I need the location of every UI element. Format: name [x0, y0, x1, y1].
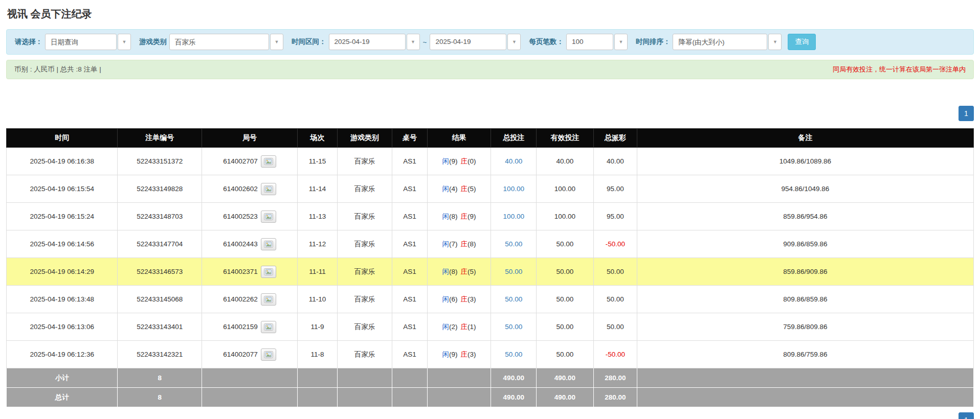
subtotal-valid-bet: 490.00: [537, 368, 594, 388]
page-1-button[interactable]: 1: [959, 106, 974, 121]
banker-result-score: (3): [467, 295, 476, 303]
banker-result-score: (1): [467, 323, 476, 331]
chevron-down-icon[interactable]: ▼: [768, 34, 782, 50]
chevron-down-icon[interactable]: ▼: [507, 34, 521, 50]
player-result-score: (2): [449, 323, 458, 331]
player-result-score: (8): [449, 268, 458, 275]
sort-order-value: 降幂(由大到小): [673, 34, 767, 50]
player-result-label: 闲: [442, 157, 449, 165]
banker-result-label: 庄: [460, 240, 467, 248]
valid-bet-cell: 50.00: [537, 313, 594, 341]
round-no-cell: 614002707: [202, 148, 297, 175]
payout-cell: 50.00: [593, 313, 637, 341]
round-detail-button[interactable]: [261, 293, 276, 306]
player-result-score: (7): [449, 240, 458, 248]
header-remark: 备注: [637, 129, 973, 148]
time-cell: 2025-04-19 06:12:36: [7, 341, 118, 368]
total-bet-link[interactable]: 50.00: [505, 351, 522, 358]
remark-cell: 809.86/859.86: [637, 286, 973, 313]
game-record-icon: [264, 296, 273, 303]
banker-result-score: (0): [467, 157, 476, 165]
time-cell: 2025-04-19 06:16:38: [7, 148, 118, 175]
total-bet-link[interactable]: 40.00: [505, 157, 522, 165]
player-result-score: (9): [449, 351, 458, 358]
bet-id-cell: 522433145068: [118, 286, 202, 313]
game-type-cell: 百家乐: [337, 286, 392, 313]
result-cell: 闲(9)庄(0): [427, 148, 491, 175]
total-bet-link[interactable]: 100.00: [503, 185, 524, 193]
game-record-icon: [264, 213, 273, 220]
payout-cell: 40.00: [593, 148, 637, 175]
table-no-cell: AS1: [392, 148, 427, 175]
table-row: 2025-04-19 06:15:54 522433149828 6140026…: [7, 175, 974, 203]
valid-bet-cell: 50.00: [537, 230, 594, 258]
chevron-down-icon[interactable]: ▼: [614, 34, 628, 50]
round-detail-button[interactable]: [261, 238, 276, 250]
total-bet-link[interactable]: 50.00: [505, 240, 522, 248]
total-bet-cell: 100.00: [491, 175, 537, 203]
game-type-select[interactable]: 百家乐 ▼: [169, 34, 283, 50]
header-total-bet: 总投注: [491, 129, 537, 148]
game-type-cell: 百家乐: [337, 230, 392, 258]
table-no-cell: AS1: [392, 286, 427, 313]
total-bet-link[interactable]: 100.00: [503, 213, 524, 220]
page-1-button[interactable]: 1: [959, 412, 974, 419]
game-record-icon: [264, 185, 273, 193]
pagination-bottom: 1: [6, 412, 974, 419]
page-size-input[interactable]: 100 ▼: [566, 34, 628, 50]
search-button[interactable]: 查询: [788, 34, 816, 50]
remark-cell: 954.86/1049.86: [637, 175, 973, 203]
chevron-down-icon[interactable]: ▼: [407, 34, 420, 50]
records-table: 时间 注单编号 局号 场次 游戏类别 桌号 结果 总投注 有效投注 总派彩 备注…: [6, 128, 974, 407]
header-game-type: 游戏类别: [337, 129, 392, 148]
subtotal-empty-cell: [298, 368, 338, 388]
subtotal-label: 小计: [7, 368, 118, 388]
chevron-down-icon[interactable]: ▼: [118, 34, 131, 50]
chevron-down-icon[interactable]: ▼: [270, 34, 283, 50]
banker-result-label: 庄: [460, 351, 467, 358]
grand-total-label: 总计: [7, 388, 118, 407]
valid-bet-cell: 50.00: [537, 341, 594, 368]
total-bet-link[interactable]: 50.00: [505, 323, 522, 331]
total-bet-cell: 50.00: [491, 230, 537, 258]
payout-value: -50.00: [606, 351, 625, 358]
total-bet-cell: 50.00: [491, 258, 537, 286]
time-range-label: 时间区间：: [292, 37, 326, 46]
table-no-cell: AS1: [392, 313, 427, 341]
date-to-input[interactable]: 2025-04-19 ▼: [430, 34, 521, 50]
total-bet-link[interactable]: 50.00: [505, 268, 522, 275]
grand-total-empty-cell: [337, 388, 392, 407]
round-no-cell: 614002262: [202, 286, 297, 313]
subtotal-payout: 280.00: [593, 368, 637, 388]
total-bet-link[interactable]: 50.00: [505, 295, 522, 303]
query-type-select[interactable]: 日期查询 ▼: [45, 34, 131, 50]
round-detail-button[interactable]: [261, 155, 276, 168]
date-from-input[interactable]: 2025-04-19 ▼: [329, 34, 420, 50]
banker-result-score: (8): [467, 240, 476, 248]
session-cell: 11-8: [298, 341, 338, 368]
round-detail-button[interactable]: [261, 348, 276, 361]
remark-cell: 759.86/809.86: [637, 313, 973, 341]
pagination-top: 1: [6, 106, 974, 121]
records-body: 2025-04-19 06:16:38 522433151372 6140027…: [7, 148, 974, 368]
query-type-value: 日期查询: [45, 34, 117, 50]
round-detail-button[interactable]: [261, 183, 276, 195]
valid-bet-cell: 100.00: [537, 175, 594, 203]
banker-result-label: 庄: [460, 157, 467, 165]
game-record-icon: [264, 323, 273, 331]
subtotal-empty-cell: [392, 368, 427, 388]
round-no-cell: 614002443: [202, 230, 297, 258]
grand-total-empty-cell: [202, 388, 297, 407]
round-detail-button[interactable]: [261, 321, 276, 333]
table-row: 2025-04-19 06:13:48 522433145068 6140022…: [7, 286, 974, 313]
result-cell: 闲(7)庄(8): [427, 230, 491, 258]
payout-value: 50.00: [607, 295, 624, 303]
round-detail-button[interactable]: [261, 266, 276, 278]
header-time: 时间: [7, 129, 118, 148]
result-cell: 闲(8)庄(5): [427, 258, 491, 286]
round-no-cell: 614002077: [202, 341, 297, 368]
round-detail-button[interactable]: [261, 211, 276, 223]
sort-order-select[interactable]: 降幂(由大到小) ▼: [673, 34, 782, 50]
session-cell: 11-14: [298, 175, 338, 203]
round-no-value: 614002707: [223, 157, 258, 165]
